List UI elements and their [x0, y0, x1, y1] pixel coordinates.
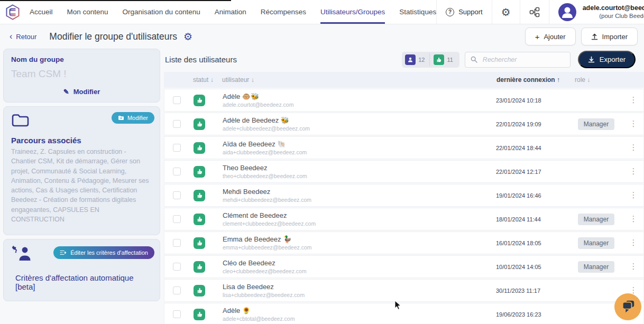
row-user-cell: Mehdi Beedeezmehdi+clubbeedeez@beedeez.c…: [223, 188, 489, 203]
nav-item-utilisateurs-groupes[interactable]: Utilisateurs/Groupes: [320, 0, 385, 24]
folder-icon: [11, 113, 29, 127]
row-role-cell: Manager: [569, 261, 623, 273]
table-row: Cléo de Beedeezcleo+clubbeedeez@beedeez.…: [164, 255, 644, 278]
row-checkbox[interactable]: [173, 239, 181, 247]
top-navbar: AccueilMon contenuOrganisation du conten…: [0, 0, 644, 24]
group-name-input[interactable]: Team CSM !: [11, 68, 152, 80]
row-menu-kebab-icon[interactable]: ⋮: [623, 193, 643, 197]
download-icon: [588, 56, 595, 63]
avatar: [558, 3, 576, 21]
page-title: Modifier le groupe d'utilisateurs: [49, 31, 177, 42]
auto-assign-icon: [11, 246, 33, 262]
row-checkbox[interactable]: [173, 168, 181, 175]
active-count-icon: [434, 54, 444, 65]
search-input[interactable]: [482, 55, 561, 64]
user-email: adele+cbtotal@beedeez.com: [223, 316, 489, 322]
chevron-left-icon: ‹: [10, 32, 12, 41]
table-header-role[interactable]: role ↓: [569, 76, 624, 84]
role-badge: Manager: [578, 214, 614, 225]
user-name: Cléo de Beedeez: [223, 259, 489, 267]
account-menu[interactable]: adele.courtot@beedeez.com (pour Club Bee…: [549, 0, 644, 24]
pencil-icon: ✎: [63, 88, 69, 96]
count-filter-chips: 12 11: [402, 52, 459, 68]
nav-item-accueil[interactable]: Accueil: [30, 0, 53, 24]
row-menu-kebab-icon[interactable]: ⋮: [623, 240, 643, 245]
last-connection: 30/11/2023 11:17: [489, 288, 569, 294]
nav-item-mon-contenu[interactable]: Mon contenu: [67, 0, 108, 24]
row-menu-kebab-icon[interactable]: ⋮: [623, 98, 643, 102]
row-menu-kebab-icon[interactable]: ⋮: [623, 288, 643, 292]
row-menu-kebab-icon[interactable]: ⋮: [623, 122, 643, 126]
row-status-cell: [190, 261, 223, 273]
group-settings-gear-icon[interactable]: ⚙: [183, 32, 192, 42]
beedeez-logo[interactable]: [0, 0, 26, 24]
courses-description: Traineez, Z. Capsules en construction - …: [11, 147, 152, 224]
user-name: Aïda de Beedeez 🐚: [223, 140, 489, 148]
total-users-chip[interactable]: 12: [403, 53, 429, 66]
row-menu-kebab-icon[interactable]: ⋮: [623, 264, 643, 269]
status-active-icon: [194, 95, 205, 106]
nav-item-r-compenses[interactable]: Récompenses: [261, 0, 306, 24]
row-checkbox[interactable]: [173, 144, 181, 152]
import-button[interactable]: Importer: [581, 27, 638, 45]
row-checkbox[interactable]: [173, 310, 181, 318]
table-header-derniere-connexion[interactable]: dernière connexion ↑: [489, 76, 569, 84]
last-connection: 22/01/2024 18:44: [489, 145, 569, 151]
row-menu-kebab-icon[interactable]: ⋮: [623, 145, 643, 150]
user-name: Adèle 🌻: [223, 307, 489, 314]
criteria-card: Éditer les critères d'affectation Critèr…: [3, 239, 160, 301]
row-role-cell: Manager: [569, 118, 623, 130]
last-connection: 19/06/2023 16:23: [489, 311, 569, 318]
nav-item-animation[interactable]: Animation: [215, 0, 246, 24]
table-header-statut[interactable]: statut ↓: [189, 76, 222, 84]
edit-criteria-button[interactable]: Éditer les critères d'affectation: [53, 246, 154, 259]
user-name: Lisa de Beedeez: [223, 283, 489, 291]
row-user-cell: Adèle 🐵🐝adele.courtot@beedeez.com: [223, 92, 489, 108]
last-connection: 19/01/2024 16:46: [489, 192, 569, 199]
nav-item-organisation-du-contenu[interactable]: Organisation du contenu: [123, 0, 200, 24]
back-button[interactable]: ‹ Retour: [10, 32, 36, 41]
plus-icon: +: [535, 32, 540, 41]
settings-button[interactable]: ⚙: [492, 0, 520, 24]
role-badge: Manager: [578, 118, 614, 130]
criteria-title: Critères d'affectation automatique [beta…: [11, 273, 152, 291]
table-row: Adèle 🌻adele+cbtotal@beedeez.com19/06/20…: [164, 303, 644, 324]
gear-icon: ⚙: [501, 7, 511, 17]
row-checkbox[interactable]: [173, 286, 181, 294]
status-active-icon: [194, 214, 205, 225]
org-structure-button[interactable]: [520, 0, 549, 24]
active-users-chip[interactable]: 11: [429, 53, 457, 66]
chat-widget-button[interactable]: [614, 293, 641, 320]
table-header-utilisateur[interactable]: utilisateur ↓: [222, 76, 489, 84]
user-email: theo+clubbeedeez@beedeez.com: [223, 173, 489, 179]
modify-courses-button[interactable]: Modifier: [112, 112, 154, 124]
user-list-panel: Liste des utilisateurs 12 11: [164, 49, 644, 324]
nav-item-statistiques[interactable]: Statistiques: [399, 0, 436, 24]
folder-plus-icon: [118, 115, 124, 121]
group-name-label: Nom du groupe: [11, 55, 152, 63]
last-connection: 22/01/2024 12:17: [489, 169, 569, 175]
top-edge-bar: [0, 0, 231, 1]
export-button[interactable]: Exporter: [578, 51, 636, 68]
table-row: Theo Beedeeztheo+clubbeedeez@beedeez.com…: [164, 160, 644, 183]
row-checkbox[interactable]: [173, 191, 181, 199]
back-label: Retour: [16, 33, 36, 41]
row-checkbox[interactable]: [173, 120, 181, 128]
row-user-cell: Theo Beedeeztheo+clubbeedeez@beedeez.com: [223, 164, 489, 179]
row-user-cell: Clément de Beedeezclement+clubbeedeez@be…: [223, 211, 489, 227]
row-checkbox[interactable]: [173, 215, 181, 223]
row-menu-kebab-icon[interactable]: ⋮: [623, 217, 643, 221]
add-button[interactable]: + Ajouter: [525, 27, 576, 45]
user-email: clement+clubbeedeez@beedeez.com: [223, 220, 489, 227]
last-connection: 18/01/2024 11:44: [489, 216, 569, 223]
search-box[interactable]: [465, 52, 571, 68]
row-menu-kebab-icon[interactable]: ⋮: [623, 169, 643, 173]
row-checkbox[interactable]: [173, 96, 181, 104]
export-label: Exporter: [600, 55, 625, 63]
row-checkbox[interactable]: [173, 263, 181, 271]
main-nav: AccueilMon contenuOrganisation du conten…: [30, 0, 436, 24]
support-button[interactable]: ? Support: [436, 0, 492, 24]
courses-title: Parcours associés: [11, 136, 152, 145]
modify-group-name-button[interactable]: ✎ Modifier: [11, 88, 152, 96]
group-sidebar: Nom du groupe Team CSM ! ✎ Modifier Modi…: [3, 49, 160, 305]
